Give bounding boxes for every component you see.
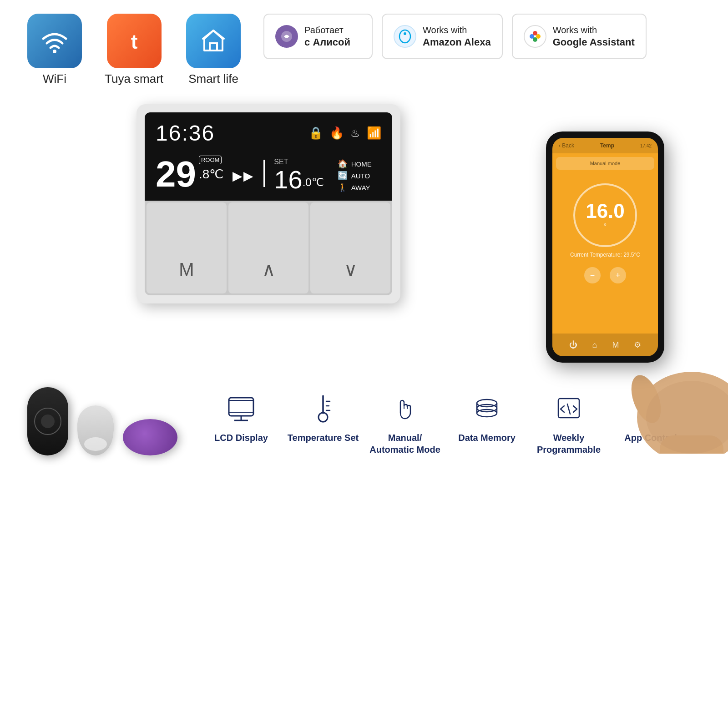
svg-point-0	[53, 50, 56, 53]
heating-icon: ♨	[350, 127, 360, 140]
lcd-icon-svg	[225, 392, 257, 424]
lcd-feature-label: LCD Display	[214, 432, 268, 444]
data-memory-icon-svg	[471, 392, 503, 424]
wifi-label: WiFi	[43, 72, 66, 86]
phone-wrapper: ‹ Back Temp 17:42 Manual mode 16.0 °	[546, 131, 664, 363]
phone-menu-icon[interactable]: M	[612, 340, 619, 350]
data-memory-feature-icon	[469, 390, 505, 426]
alexa-badge-text: Works with Amazon Alexa	[423, 24, 491, 49]
alexa-speaker-center	[41, 415, 55, 428]
alice-badge-text: Работает с Алисой	[304, 24, 350, 49]
home-mode-icon: 🏠	[338, 159, 348, 169]
weekly-icon-svg	[553, 392, 585, 424]
alexa-speaker-device	[27, 387, 68, 455]
phone-temp-display: 16.0 °	[552, 183, 658, 247]
alice-badge: Работает с Алисой	[263, 14, 373, 59]
phone-settings-icon[interactable]: ⚙	[634, 340, 641, 350]
lock-icon: 🔒	[308, 126, 323, 140]
svg-point-8	[533, 37, 537, 42]
phone-screen: ‹ Back Temp 17:42 Manual mode 16.0 °	[552, 138, 658, 356]
lcd-dots: ▶▶	[233, 168, 254, 188]
menu-symbol: M	[179, 259, 194, 280]
lcd-set-unit: .0℃	[303, 176, 324, 189]
down-button[interactable]: ∨	[310, 202, 390, 293]
phone-power-icon[interactable]: ⏻	[569, 340, 577, 350]
away-mode-icon: 🚶	[338, 182, 348, 192]
badges-group: Работает с Алисой Works with Amazon Alex…	[263, 14, 647, 59]
svg-line-31	[567, 404, 570, 414]
alexa-badge-icon	[394, 25, 416, 48]
wifi-app-group: WiFi	[27, 14, 82, 86]
phone-mode-label: Manual mode	[590, 161, 621, 166]
feature-weekly: Weekly Programmable	[532, 390, 605, 455]
lcd-mode-home: 🏠 HOME	[338, 159, 372, 169]
lcd-main-row: 29 ROOM .8℃ ▶▶ SET	[156, 150, 381, 192]
menu-button[interactable]: M	[147, 202, 227, 293]
phone-plus-btn[interactable]: +	[610, 267, 626, 283]
svg-point-3	[399, 30, 410, 43]
lcd-set-section: SET 16 .0℃	[274, 158, 324, 192]
down-symbol: ∨	[344, 259, 357, 280]
alice-badge-icon	[275, 25, 298, 48]
phone-current-temp-label: Current Temperature: 29.5°C	[570, 252, 640, 258]
phone-back-btn[interactable]: ‹ Back	[559, 142, 574, 149]
wifi-svg	[39, 25, 71, 57]
purple-speaker-group	[123, 419, 177, 455]
wifi-signal-icon: 📶	[367, 126, 381, 140]
alice-line2: с Алисой	[304, 36, 350, 49]
google-icon-svg	[527, 29, 543, 44]
main-content: 16:36 🔒 🔥 ♨ 📶 29 ROOM	[0, 86, 728, 372]
auto-mode-icon: 🔄	[338, 171, 348, 181]
lcd-set-label: SET	[274, 158, 288, 166]
temp-set-icon-svg	[307, 392, 339, 424]
google-home-base	[84, 437, 107, 451]
feature-temp-set: Temperature Set	[287, 390, 359, 444]
phone-area: ‹ Back Temp 17:42 Manual mode 16.0 °	[510, 95, 701, 363]
auto-mode-label: AUTO	[351, 172, 370, 180]
smartlife-app-icon	[186, 14, 241, 68]
temp-set-feature-label: Temperature Set	[288, 432, 359, 444]
app-icons-group: WiFi t Tuya smart Smart life	[27, 14, 250, 86]
top-row: WiFi t Tuya smart Smart life	[0, 0, 728, 86]
up-symbol: ∧	[262, 259, 275, 280]
tuya-svg: t	[118, 25, 150, 57]
manual-auto-feature-icon	[387, 390, 423, 426]
feature-data-memory: Data Memory	[450, 390, 523, 444]
phone-home-icon[interactable]: ⌂	[592, 340, 597, 350]
thermostat-buttons: M ∧ ∨	[145, 201, 392, 295]
lcd-mode-section: 🏠 HOME 🔄 AUTO 🚶 AWAY	[338, 159, 372, 192]
wifi-app-icon	[27, 14, 82, 68]
svg-text:t: t	[131, 30, 137, 53]
phone-temp-value: 16.0	[586, 200, 625, 222]
phone-temp-circle: 16.0 °	[573, 183, 637, 247]
tuya-app-icon: t	[107, 14, 162, 68]
alexa-line1: Works with	[423, 24, 491, 36]
phone-bottom-bar: ⏻ ⌂ M ⚙	[552, 334, 658, 356]
alexa-badge: Works with Amazon Alexa	[382, 14, 503, 59]
away-mode-label: AWAY	[351, 184, 370, 192]
lcd-mode-auto: 🔄 AUTO	[338, 171, 372, 181]
google-home-device	[77, 405, 114, 455]
google-line2: Google Assistant	[553, 36, 635, 49]
feature-manual-auto: Manual/ Automatic Mode	[369, 390, 441, 455]
phone-mode-banner: Manual mode	[556, 157, 654, 170]
phone-device: ‹ Back Temp 17:42 Manual mode 16.0 °	[546, 131, 664, 363]
svg-point-4	[404, 32, 406, 35]
speakers-col	[27, 387, 191, 474]
phone-minus-btn[interactable]: −	[584, 267, 601, 283]
weekly-feature-icon	[551, 390, 587, 426]
alice-icon-svg	[280, 30, 293, 43]
google-badge-icon	[524, 25, 546, 48]
up-button[interactable]: ∧	[228, 202, 308, 293]
tuya-app-group: t Tuya smart	[105, 14, 163, 86]
tuya-label: Tuya smart	[105, 72, 163, 86]
phone-temp-unit: °	[604, 222, 607, 231]
smartlife-app-group: Smart life	[186, 14, 241, 86]
phone-title: Temp	[600, 142, 614, 149]
alexa-line2: Amazon Alexa	[423, 36, 491, 49]
home-mode-label: HOME	[351, 160, 372, 168]
svg-point-27	[477, 410, 497, 417]
alexa-speaker-group	[27, 387, 68, 455]
lcd-screen: 16:36 🔒 🔥 ♨ 📶 29 ROOM	[145, 112, 392, 201]
lcd-set-temp-row: 16 .0℃	[274, 167, 324, 192]
